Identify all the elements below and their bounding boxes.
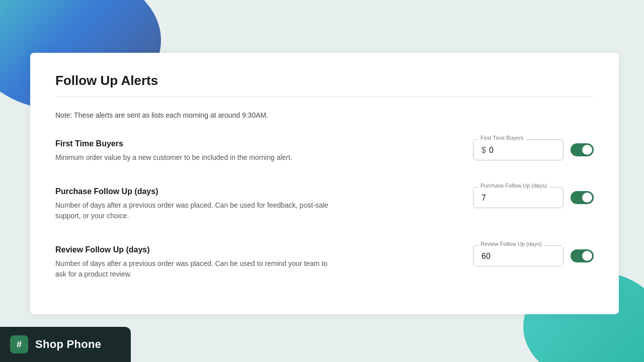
alert-subtitle-purchase-follow-up: Number of days after a previous order wa… bbox=[55, 200, 337, 221]
field-value-purchase-follow-up: 7 bbox=[481, 192, 555, 203]
alert-title-purchase-follow-up: Purchase Follow Up (days) bbox=[55, 187, 337, 196]
field-label-first-time-buyers: First Time Buyers bbox=[478, 135, 526, 141]
note-text: Note: These alerts are sent as lists eac… bbox=[55, 111, 594, 119]
field-label-purchase-follow-up: Purchase Follow Up (days) bbox=[478, 183, 549, 189]
alert-subtitle-review-follow-up: Number of days after a previous order wa… bbox=[55, 258, 337, 280]
alert-title-first-time-buyers: First Time Buyers bbox=[55, 139, 292, 148]
field-number-first-time-buyers: 0 bbox=[489, 146, 494, 155]
toggle-review-follow-up[interactable] bbox=[571, 249, 594, 262]
alerts-container: First Time Buyers Minimum order value by… bbox=[55, 139, 594, 280]
app-icon-symbol: # bbox=[17, 339, 22, 350]
alert-subtitle-first-time-buyers: Minimum order value by a new customer to… bbox=[55, 152, 292, 163]
field-group-purchase-follow-up[interactable]: Purchase Follow Up (days) 7 bbox=[473, 187, 564, 208]
field-value-review-follow-up: 60 bbox=[481, 250, 555, 261]
alert-control-purchase-follow-up: Purchase Follow Up (days) 7 bbox=[473, 187, 594, 208]
main-card: Follow Up Alerts Note: These alerts are … bbox=[30, 53, 619, 314]
alert-row-review-follow-up: Review Follow Up (days) Number of days a… bbox=[55, 245, 594, 280]
toggle-knob-first-time-buyers bbox=[582, 145, 592, 155]
alert-description-review-follow-up: Review Follow Up (days) Number of days a… bbox=[55, 245, 337, 280]
alert-row-purchase-follow-up: Purchase Follow Up (days) Number of days… bbox=[55, 187, 594, 221]
field-value-first-time-buyers: $ 0 bbox=[481, 144, 555, 155]
bottom-bar: # Shop Phone bbox=[0, 327, 131, 362]
alert-control-first-time-buyers: First Time Buyers $ 0 bbox=[473, 139, 594, 160]
app-name: Shop Phone bbox=[35, 338, 101, 351]
alert-description-purchase-follow-up: Purchase Follow Up (days) Number of days… bbox=[55, 187, 337, 221]
toggle-knob-review-follow-up bbox=[582, 251, 592, 261]
page-title: Follow Up Alerts bbox=[55, 73, 594, 88]
alert-title-review-follow-up: Review Follow Up (days) bbox=[55, 245, 337, 254]
toggle-purchase-follow-up[interactable] bbox=[571, 191, 594, 204]
toggle-knob-purchase-follow-up bbox=[582, 193, 592, 203]
toggle-first-time-buyers[interactable] bbox=[571, 143, 594, 156]
alert-description-first-time-buyers: First Time Buyers Minimum order value by… bbox=[55, 139, 292, 163]
alert-control-review-follow-up: Review Follow Up (days) 60 bbox=[473, 245, 594, 266]
alert-row-first-time-buyers: First Time Buyers Minimum order value by… bbox=[55, 139, 594, 163]
field-currency-first-time-buyers: $ bbox=[481, 146, 486, 155]
field-group-review-follow-up[interactable]: Review Follow Up (days) 60 bbox=[473, 245, 564, 266]
field-label-review-follow-up: Review Follow Up (days) bbox=[478, 241, 544, 247]
app-icon: # bbox=[10, 335, 28, 353]
title-divider bbox=[55, 97, 594, 97]
field-number-purchase-follow-up: 7 bbox=[481, 194, 486, 203]
field-group-first-time-buyers[interactable]: First Time Buyers $ 0 bbox=[473, 139, 564, 160]
field-number-review-follow-up: 60 bbox=[481, 252, 491, 261]
